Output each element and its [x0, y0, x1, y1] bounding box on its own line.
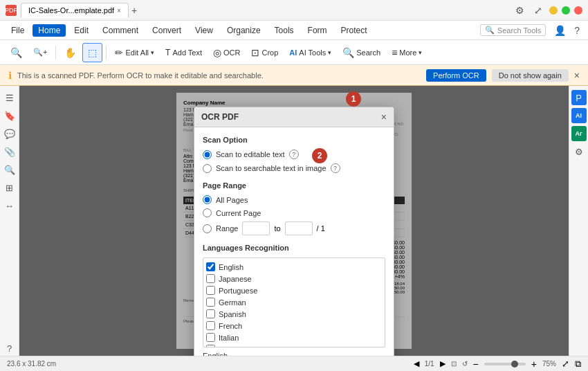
- sidebar-icon-attach[interactable]: 📎: [2, 144, 17, 159]
- edit-all-button[interactable]: ✏ Edit All ▾: [110, 43, 159, 62]
- expand-icon[interactable]: ⤢: [531, 3, 545, 17]
- right-settings-icon[interactable]: ⚙: [571, 144, 587, 159]
- lang-spanish[interactable]: Spanish: [206, 308, 382, 320]
- hand-select-button[interactable]: ✋: [59, 43, 81, 62]
- menu-file[interactable]: File: [6, 24, 30, 37]
- close-button[interactable]: [574, 6, 582, 15]
- settings-icon[interactable]: ⚙: [513, 3, 527, 17]
- search-button[interactable]: 🔍 Search: [338, 43, 385, 62]
- scan-searchable-option[interactable]: Scan to searchable text in image ?: [203, 163, 385, 173]
- ocr-button[interactable]: ◎ OCR: [208, 43, 245, 62]
- pdf-area: Company Name 123 Main St Hamilton, O... …: [19, 86, 569, 356]
- menu-convert[interactable]: Convert: [147, 24, 187, 37]
- search-tools-box[interactable]: 🔍 Search Tools: [480, 24, 546, 36]
- help-menu-icon[interactable]: ?: [571, 24, 582, 37]
- minimize-button[interactable]: [549, 6, 558, 15]
- notif-icon: ℹ: [8, 70, 12, 81]
- all-pages-radio[interactable]: [203, 195, 212, 204]
- lang-chinese-trad[interactable]: Chinese_Traditional: [206, 343, 382, 347]
- menu-view[interactable]: View: [190, 24, 219, 37]
- languages-list[interactable]: English Japanese Portuguese: [203, 257, 385, 347]
- lang-japanese-label: Japanese: [219, 275, 252, 283]
- lang-italian[interactable]: Italian: [206, 332, 382, 343]
- add-text-button[interactable]: T Add Text: [160, 43, 207, 62]
- lang-german-checkbox[interactable]: [206, 298, 215, 307]
- zoom-slider[interactable]: [484, 363, 526, 365]
- next-page-button[interactable]: ▶: [440, 359, 445, 368]
- lang-spanish-checkbox[interactable]: [206, 309, 215, 318]
- menu-form[interactable]: Form: [302, 24, 333, 37]
- sidebar-icon-layers[interactable]: ⊞: [2, 180, 17, 195]
- sidebar-icon-search[interactable]: 🔍: [2, 162, 17, 177]
- range-radio[interactable]: [203, 224, 212, 233]
- lang-french[interactable]: French: [206, 320, 382, 332]
- lang-italian-checkbox[interactable]: [206, 333, 215, 342]
- right-icon-ai-green[interactable]: Ar: [571, 126, 587, 141]
- scan-editable-option[interactable]: Scan to editable text ? 2: [203, 150, 385, 159]
- sidebar-bottom: ?: [2, 341, 17, 356]
- tab-label: IC-Sales-Or...emplate.pdf: [28, 6, 114, 15]
- lang-japanese[interactable]: Japanese: [206, 273, 382, 284]
- scan-editable-radio[interactable]: [203, 150, 212, 159]
- prev-page-button[interactable]: ◀: [414, 359, 419, 368]
- zoom-out-status-button[interactable]: −: [473, 359, 479, 370]
- menu-protect[interactable]: Protect: [336, 24, 373, 37]
- pdf-tab[interactable]: IC-Sales-Or...emplate.pdf ×: [21, 3, 129, 18]
- sidebar-icon-hand[interactable]: ☰: [2, 90, 17, 105]
- rect-select-button[interactable]: ⬚: [82, 43, 102, 62]
- menu-tools[interactable]: Tools: [269, 24, 300, 37]
- sidebar-icon-comment[interactable]: 💬: [2, 126, 17, 141]
- zoom-out-button[interactable]: 🔍: [6, 43, 27, 62]
- split-view-button[interactable]: ⧉: [575, 359, 581, 370]
- current-page-option[interactable]: Current Page: [203, 208, 385, 217]
- scan-searchable-radio[interactable]: [203, 164, 212, 173]
- account-icon[interactable]: 👤: [551, 24, 569, 37]
- maximize-button[interactable]: [562, 6, 570, 15]
- tab-close-icon[interactable]: ×: [117, 7, 121, 15]
- new-tab-button[interactable]: +: [129, 3, 140, 17]
- menu-organize[interactable]: Organize: [221, 24, 266, 37]
- ai-dropdown-icon: ▾: [328, 49, 331, 56]
- scan-editable-help-icon[interactable]: ?: [289, 150, 299, 159]
- search-toolbar-icon: 🔍: [342, 47, 354, 58]
- range-option[interactable]: Range: [203, 224, 238, 233]
- sidebar-icon-expand[interactable]: ↔: [2, 198, 17, 213]
- sidebar-icon-bookmark[interactable]: 🔖: [2, 108, 17, 123]
- menu-home[interactable]: Home: [33, 24, 66, 37]
- crop-button[interactable]: ⊡ Crop: [246, 43, 283, 62]
- range-from-input[interactable]: [242, 221, 270, 235]
- lang-japanese-checkbox[interactable]: [206, 274, 215, 283]
- dialog-body: Scan Option Scan to editable text ? 2 Sc…: [194, 127, 394, 356]
- lang-french-checkbox[interactable]: [206, 321, 215, 330]
- search-placeholder: Search Tools: [497, 26, 541, 35]
- sidebar-icon-info[interactable]: ?: [2, 341, 17, 356]
- toolbar-sep-2: [106, 46, 107, 60]
- scan-searchable-help-icon[interactable]: ?: [331, 163, 340, 173]
- lang-german[interactable]: German: [206, 296, 382, 308]
- right-icon-ai-blue[interactable]: AI: [571, 108, 587, 123]
- lang-chinese-trad-checkbox[interactable]: [206, 345, 215, 347]
- scan-editable-label: Scan to editable text: [216, 150, 285, 159]
- right-icon-panel[interactable]: P: [571, 90, 587, 105]
- all-pages-option[interactable]: All Pages: [203, 195, 385, 204]
- lang-english[interactable]: English: [206, 261, 382, 273]
- zoom-thumb[interactable]: [511, 361, 518, 368]
- lang-english-checkbox[interactable]: [206, 262, 215, 271]
- more-button[interactable]: ≡ More ▾: [387, 43, 427, 62]
- notif-close-button[interactable]: ×: [574, 70, 580, 81]
- perform-ocr-button[interactable]: Perform OCR: [426, 69, 486, 82]
- zoom-in-button[interactable]: 🔍+: [28, 43, 52, 62]
- dismiss-button[interactable]: Do not show again: [492, 69, 569, 82]
- range-to-input[interactable]: [285, 221, 313, 235]
- ai-tools-button[interactable]: AI AI Tools ▾: [284, 43, 336, 62]
- notification-bar: ℹ This is a scanned PDF. Perform OCR to …: [0, 65, 588, 86]
- dialog-close-button[interactable]: ×: [381, 111, 387, 123]
- lang-portuguese-checkbox[interactable]: [206, 286, 215, 295]
- titlebar-left: PDF IC-Sales-Or...emplate.pdf × +: [6, 3, 140, 18]
- menu-edit[interactable]: Edit: [68, 24, 94, 37]
- current-page-radio[interactable]: [203, 208, 212, 217]
- zoom-in-status-button[interactable]: +: [531, 359, 537, 370]
- lang-portuguese[interactable]: Portuguese: [206, 284, 382, 296]
- menu-comment[interactable]: Comment: [97, 24, 144, 37]
- fullscreen-button[interactable]: ⤢: [562, 359, 569, 369]
